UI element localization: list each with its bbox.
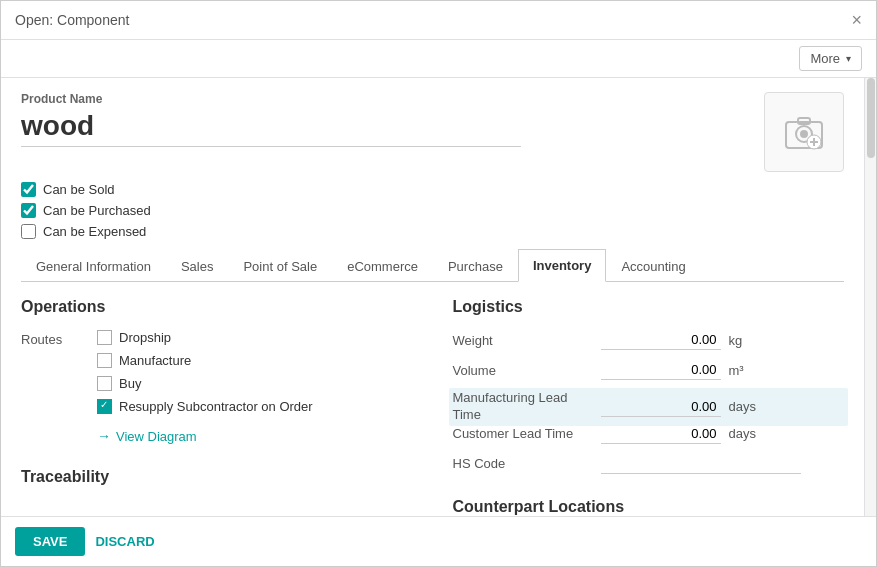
can-be-sold-row: Can be Sold (21, 182, 844, 197)
route-resupply-row: Resupply Subcontractor on Order (97, 399, 313, 414)
operations-title: Operations (21, 298, 413, 316)
tab-ecommerce[interactable]: eCommerce (332, 249, 433, 282)
can-be-purchased-row: Can be Purchased (21, 203, 844, 218)
can-be-expensed-checkbox[interactable] (21, 224, 36, 239)
tab-accounting[interactable]: Accounting (606, 249, 700, 282)
main-content: Product Name (1, 78, 864, 516)
close-button[interactable]: × (851, 11, 862, 29)
route-buy-label: Buy (119, 376, 141, 391)
tab-purchase[interactable]: Purchase (433, 249, 518, 282)
weight-unit: kg (729, 333, 759, 348)
can-be-expensed-label: Can be Expensed (43, 224, 146, 239)
tab-content-inventory: Operations Routes Dropship Manufacture (21, 298, 844, 516)
scrollbar-track[interactable] (864, 78, 876, 516)
view-diagram-link[interactable]: → View Diagram (97, 428, 313, 444)
logistics-title: Logistics (453, 298, 845, 316)
product-info: Product Name (21, 92, 764, 147)
tab-sales[interactable]: Sales (166, 249, 229, 282)
route-manufacture-label: Manufacture (119, 353, 191, 368)
can-be-purchased-checkbox[interactable] (21, 203, 36, 218)
tab-point-of-sale[interactable]: Point of Sale (228, 249, 332, 282)
volume-label: Volume (453, 363, 593, 378)
weight-input[interactable] (601, 330, 721, 350)
customer-lead-time-unit: days (729, 426, 759, 441)
product-name-label: Product Name (21, 92, 764, 106)
route-resupply-checkbox[interactable] (97, 399, 112, 414)
volume-input[interactable] (601, 360, 721, 380)
routes-label: Routes (21, 330, 81, 347)
traceability-section: Traceability (21, 468, 413, 486)
product-header: Product Name (21, 92, 844, 172)
route-resupply-label: Resupply Subcontractor on Order (119, 399, 313, 414)
mfg-lead-time-row: Manufacturing Lead Time days (449, 388, 849, 426)
arrow-icon: → (97, 428, 111, 444)
mfg-lead-time-unit: days (729, 399, 759, 414)
routes-options: Dropship Manufacture Buy (97, 330, 313, 444)
product-name-input[interactable] (21, 110, 521, 147)
mfg-lead-time-label: Manufacturing Lead Time (453, 390, 593, 424)
modal-toolbar: More ▾ (1, 40, 876, 78)
tab-general-information[interactable]: General Information (21, 249, 166, 282)
logistics-section: Logistics Weight kg Volume m³ (453, 298, 845, 516)
routes-row: Routes Dropship Manufacture (21, 330, 413, 444)
route-dropship-label: Dropship (119, 330, 171, 345)
can-be-sold-checkbox[interactable] (21, 182, 36, 197)
mfg-lead-time-input[interactable] (601, 397, 721, 417)
scrollbar-thumb[interactable] (867, 78, 875, 158)
counterpart-section: Counterpart Locations (453, 498, 845, 516)
route-dropship-row: Dropship (97, 330, 313, 345)
customer-lead-time-row: Customer Lead Time days (453, 424, 845, 444)
checkboxes-group: Can be Sold Can be Purchased Can be Expe… (21, 182, 844, 239)
camera-icon (765, 93, 843, 171)
counterpart-title: Counterpart Locations (453, 498, 845, 516)
svg-point-2 (800, 130, 808, 138)
route-manufacture-checkbox[interactable] (97, 353, 112, 368)
volume-unit: m³ (729, 363, 759, 378)
modal-body: Product Name (1, 78, 876, 516)
volume-row: Volume m³ (453, 360, 845, 380)
modal-container: Open: Component × More ▾ Product Name (0, 0, 877, 567)
operations-section: Operations Routes Dropship Manufacture (21, 298, 413, 516)
can-be-expensed-row: Can be Expensed (21, 224, 844, 239)
tabs-bar: General Information Sales Point of Sale … (21, 249, 844, 282)
more-button[interactable]: More ▾ (799, 46, 862, 71)
hs-code-label: HS Code (453, 456, 593, 471)
route-buy-checkbox[interactable] (97, 376, 112, 391)
save-button[interactable]: SAVE (15, 527, 85, 556)
product-image[interactable] (764, 92, 844, 172)
hs-code-row: HS Code (453, 454, 845, 474)
can-be-purchased-label: Can be Purchased (43, 203, 151, 218)
customer-lead-time-label: Customer Lead Time (453, 426, 593, 441)
customer-lead-time-input[interactable] (601, 424, 721, 444)
traceability-title: Traceability (21, 468, 413, 486)
chevron-down-icon: ▾ (846, 53, 851, 64)
view-diagram-label: View Diagram (116, 429, 197, 444)
tab-inventory[interactable]: Inventory (518, 249, 607, 282)
discard-button[interactable]: DISCARD (95, 534, 154, 549)
route-dropship-checkbox[interactable] (97, 330, 112, 345)
hs-code-input[interactable] (601, 454, 801, 474)
route-manufacture-row: Manufacture (97, 353, 313, 368)
can-be-sold-label: Can be Sold (43, 182, 115, 197)
weight-label: Weight (453, 333, 593, 348)
route-buy-row: Buy (97, 376, 313, 391)
modal-title: Open: Component (15, 12, 129, 28)
modal-header: Open: Component × (1, 1, 876, 40)
more-label: More (810, 51, 840, 66)
modal-footer: SAVE DISCARD (1, 516, 876, 566)
weight-row: Weight kg (453, 330, 845, 350)
